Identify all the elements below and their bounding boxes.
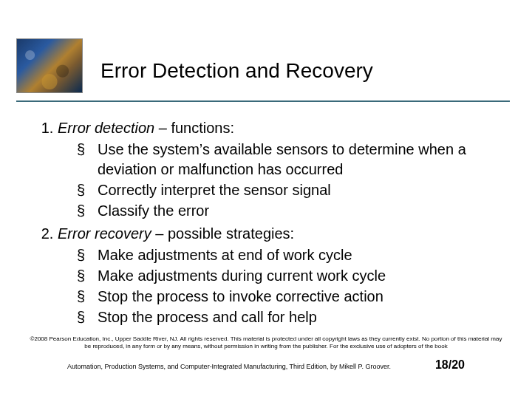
decorative-thumbnail-image [16, 38, 83, 93]
bullet-list: Use the system’s available sensors to de… [58, 140, 502, 221]
bullet-item: Make adjustments at end of work cycle [77, 245, 502, 265]
list-lead-emphasis: Error detection [58, 120, 154, 136]
bullet-list: Make adjustments at end of work cycle Ma… [58, 245, 502, 327]
bullet-item: Classify the error [77, 201, 502, 221]
title-block: Error Detection and Recovery [100, 59, 502, 92]
page-number: 18/20 [435, 358, 465, 372]
slide-title: Error Detection and Recovery [100, 59, 502, 92]
bullet-item: Use the system’s available sensors to de… [77, 140, 502, 180]
list-item: Error detection – functions: Use the sys… [58, 118, 502, 221]
title-underline-rule [16, 100, 510, 102]
copyright-text: ©2008 Pearson Education, Inc., Upper Sad… [30, 335, 502, 350]
bullet-item: Stop the process to invoke corrective ac… [77, 287, 502, 307]
list-lead-rest: – possible strategies: [151, 225, 294, 242]
bullet-item: Make adjustments during current work cyc… [77, 266, 502, 286]
list-lead-emphasis: Error recovery [58, 225, 151, 242]
slide-body: Error detection – functions: Use the sys… [37, 118, 502, 330]
list-item: Error recovery – possible strategies: Ma… [58, 224, 502, 327]
footer: ©2008 Pearson Education, Inc., Upper Sad… [30, 335, 502, 372]
numbered-list: Error detection – functions: Use the sys… [37, 118, 502, 327]
list-lead-rest: – functions: [154, 120, 234, 136]
bullet-item: Stop the process and call for help [77, 307, 502, 327]
bullet-item: Correctly interpret the sensor signal [77, 180, 502, 200]
citation-text: Automation, Production Systems, and Comp… [67, 363, 391, 371]
